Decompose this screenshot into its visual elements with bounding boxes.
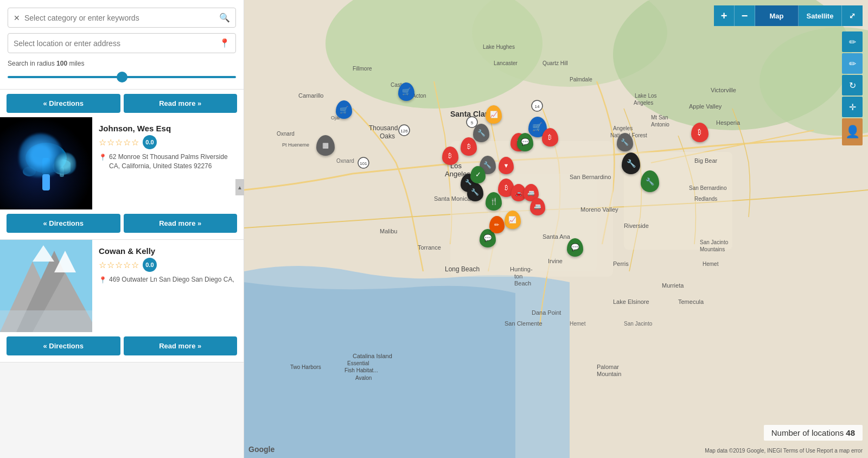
- pin-icon: ₿: [542, 128, 558, 147]
- results-list[interactable]: Johnson, Wes Esq ☆ ☆ ☆ ☆ ☆ 0.0 📍 62 Monr…: [0, 117, 244, 458]
- radius-slider[interactable]: [8, 76, 236, 78]
- pin-icon: ₿: [691, 123, 709, 142]
- star-2: ☆: [107, 137, 114, 148]
- edit-alt-button[interactable]: ✏: [842, 53, 863, 74]
- svg-text:14: 14: [535, 104, 540, 109]
- mushroom-stem: [42, 174, 50, 190]
- locations-count-label: Number of locations: [771, 428, 844, 437]
- satellite-view-button[interactable]: Satellite: [799, 5, 842, 26]
- svg-text:Malibu: Malibu: [380, 228, 397, 234]
- svg-text:Beach: Beach: [514, 280, 531, 287]
- location-search-input[interactable]: [14, 39, 219, 48]
- edit-button[interactable]: ✏: [842, 31, 863, 52]
- map-pin[interactable]: ▦: [316, 135, 335, 156]
- svg-text:Hunting-: Hunting-: [510, 266, 533, 272]
- address-pin-icon: 📍: [99, 153, 107, 162]
- svg-text:Pt Hueneme: Pt Hueneme: [282, 142, 309, 148]
- keyword-search-icon: 🔍: [219, 12, 230, 23]
- star-3: ☆: [115, 137, 123, 148]
- svg-text:Hemet: Hemet: [570, 321, 586, 327]
- keyword-search-input[interactable]: [24, 14, 219, 22]
- first-directions-button[interactable]: « Directions: [7, 94, 120, 113]
- star-1: ☆: [99, 260, 106, 270]
- map-pin[interactable]: 📈: [505, 211, 521, 229]
- refresh-button[interactable]: ↻: [842, 75, 863, 96]
- left-panel: ✕ 🔍 📍 Search in radius 100 miles « Direc…: [0, 0, 244, 458]
- svg-text:Palmdale: Palmdale: [570, 77, 592, 82]
- map-pin[interactable]: ✏: [489, 216, 505, 233]
- map-view-button[interactable]: Map: [755, 5, 799, 26]
- map-pin[interactable]: 🚐: [530, 198, 545, 215]
- list-item: Johnson, Wes Esq ☆ ☆ ☆ ☆ ☆ 0.0 📍 62 Monr…: [0, 117, 244, 240]
- map-pin[interactable]: 💬: [567, 238, 583, 257]
- first-result-actions: « Directions Read more »: [0, 90, 244, 117]
- star-3: ☆: [115, 260, 123, 270]
- map-pin[interactable]: ▼: [499, 157, 514, 174]
- svg-text:San Bernardino: San Bernardino: [570, 174, 611, 180]
- pin-icon: 🔧: [641, 170, 659, 192]
- map-pin[interactable]: 📈: [486, 105, 502, 124]
- map-pin[interactable]: ₿: [691, 123, 709, 142]
- svg-text:Lake Hughes: Lake Hughes: [483, 44, 515, 50]
- map-pin[interactable]: 🛒: [398, 82, 414, 101]
- address-text: 62 Monroe St Thousand Palms Riverside CA…: [109, 152, 237, 171]
- mushroom-image: [0, 117, 92, 209]
- zoom-in-button[interactable]: +: [714, 5, 735, 26]
- svg-text:Palomar: Palomar: [597, 364, 619, 370]
- svg-text:Temecula: Temecula: [678, 298, 704, 305]
- svg-text:Quartz Hill: Quartz Hill: [542, 60, 568, 66]
- first-readmore-button[interactable]: Read more »: [124, 94, 238, 113]
- map-pin[interactable]: ₿: [442, 147, 458, 165]
- map-pin[interactable]: 🔧: [622, 152, 640, 174]
- svg-text:Irvine: Irvine: [548, 258, 563, 264]
- svg-text:Fish Habitat...: Fish Habitat...: [344, 367, 378, 373]
- map-pin[interactable]: 🔧: [467, 183, 483, 201]
- map-attribution: Map data ©2019 Google, INEGI Terms of Us…: [705, 448, 863, 454]
- star-4: ☆: [123, 260, 131, 270]
- svg-text:Lancaster: Lancaster: [494, 60, 518, 66]
- map-pin[interactable]: 🔧: [641, 170, 659, 192]
- svg-text:Redlands: Redlands: [694, 196, 717, 202]
- result-name: Johnson, Wes Esq: [99, 124, 237, 133]
- map-pin[interactable]: ₿: [542, 128, 558, 147]
- directions-button[interactable]: « Directions: [7, 214, 120, 233]
- list-item: Cowan & Kelly ☆ ☆ ☆ ☆ ☆ 0.0 📍 469 Outwat…: [0, 240, 244, 362]
- svg-text:Essential: Essential: [347, 360, 369, 366]
- readmore-button[interactable]: Read more »: [124, 336, 238, 355]
- svg-text:Oaks: Oaks: [380, 132, 395, 140]
- pin-icon: 🛒: [336, 100, 352, 119]
- svg-text:Thousand: Thousand: [369, 124, 398, 132]
- svg-text:Mountain: Mountain: [597, 371, 621, 377]
- location-search-box: 📍: [8, 33, 236, 53]
- mountains-svg: [0, 240, 92, 332]
- keyword-search-box: ✕ 🔍: [8, 8, 236, 28]
- search-section: ✕ 🔍 📍 Search in radius 100 miles: [0, 0, 244, 90]
- star-rating: ☆ ☆ ☆ ☆ ☆ 0.0: [99, 135, 237, 149]
- map-pin[interactable]: ✓: [470, 166, 486, 183]
- svg-text:San Jacinto: San Jacinto: [700, 239, 729, 245]
- map-side-controls: ✏ ✏ ↻ ✛ 👤: [842, 31, 863, 145]
- pin-icon: 🚐: [530, 198, 545, 215]
- mushroom-small: [54, 152, 76, 174]
- scroll-handle[interactable]: ▲: [235, 179, 244, 195]
- clear-keyword-icon[interactable]: ✕: [14, 14, 20, 22]
- map-pin[interactable]: 🔧: [617, 133, 633, 151]
- svg-text:Riverside: Riverside: [624, 222, 649, 229]
- pin-icon: 📈: [505, 211, 521, 229]
- person-icon-button[interactable]: 👤: [842, 118, 863, 145]
- readmore-button[interactable]: Read more »: [124, 214, 238, 233]
- map-background: Camarillo Thousand Oaks Santa Clarita Sa…: [244, 0, 868, 458]
- star-5: ☆: [131, 260, 139, 270]
- svg-text:Antonio: Antonio: [651, 122, 669, 128]
- svg-text:Apple Valley: Apple Valley: [689, 103, 722, 110]
- map-pin[interactable]: 🔧: [473, 124, 489, 142]
- star-4: ☆: [123, 137, 131, 148]
- map-pin[interactable]: 🛒: [336, 100, 352, 119]
- svg-text:Mt San: Mt San: [651, 114, 668, 120]
- locations-count: Number of locations 48: [764, 425, 863, 441]
- directions-button[interactable]: « Directions: [7, 336, 120, 355]
- zoom-out-button[interactable]: −: [735, 5, 755, 26]
- move-button[interactable]: ✛: [842, 97, 863, 117]
- fullscreen-button[interactable]: ⤢: [842, 5, 863, 26]
- pin-icon: 📈: [486, 105, 502, 124]
